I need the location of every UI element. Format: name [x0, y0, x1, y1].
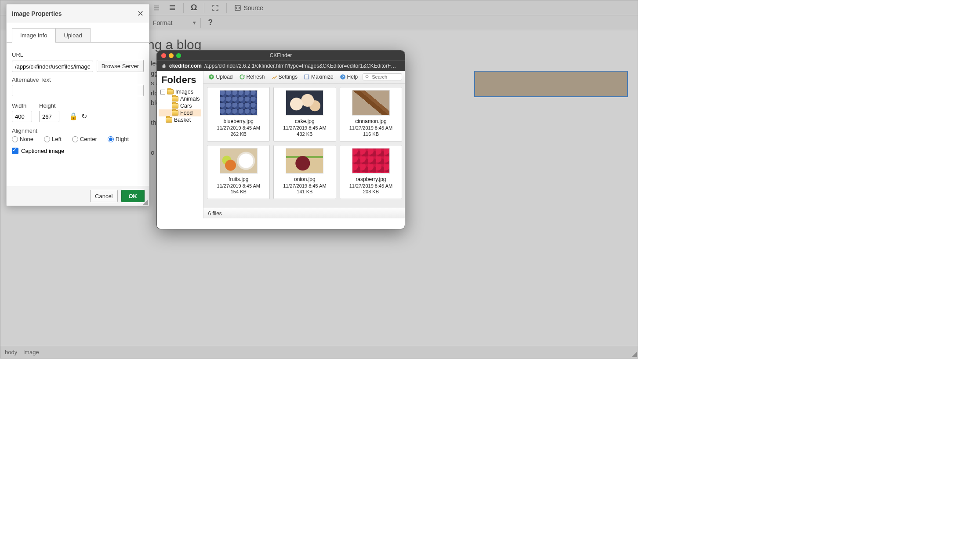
file-thumbnail [286, 148, 323, 174]
omega-icon[interactable]: Ω [188, 2, 200, 13]
resize-grip-icon[interactable] [143, 199, 148, 205]
cancel-button[interactable]: Cancel [90, 190, 117, 202]
tree-node-basket[interactable]: Basket [159, 116, 201, 123]
dialog-footer: Cancel OK [7, 186, 149, 206]
refresh-button[interactable]: Refresh [238, 73, 266, 81]
upload-button[interactable]: Upload [207, 73, 234, 81]
selected-image-placeholder[interactable] [474, 71, 628, 97]
resize-grip-icon[interactable] [632, 352, 637, 357]
search-box[interactable] [363, 73, 402, 80]
window-titlebar[interactable]: CKFinder [157, 51, 405, 60]
svg-line-13 [368, 78, 370, 79]
alignment-radio-group: None Left Center Right [12, 136, 144, 142]
tree-node-food[interactable]: Food [159, 109, 201, 116]
tree-node-cars[interactable]: Cars [159, 102, 201, 109]
source-button[interactable]: Source [231, 3, 265, 13]
captioned-image-checkbox[interactable]: Captioned image [12, 148, 144, 154]
tree-node-animals[interactable]: Animals [159, 95, 201, 102]
url-input[interactable] [12, 61, 93, 72]
file-grid: blueberry.jpg11/27/2019 8:45 AM262 KBcak… [203, 83, 405, 208]
width-input[interactable] [12, 111, 32, 122]
align-none[interactable]: None [12, 136, 33, 142]
file-size: 154 KB [231, 189, 247, 195]
search-input[interactable] [372, 74, 398, 80]
browse-server-button[interactable]: Browse Server [97, 60, 144, 72]
toolbar-separator [183, 3, 184, 13]
folder-icon [172, 110, 178, 116]
minimize-window-icon[interactable] [169, 53, 174, 58]
file-count: 6 files [208, 210, 221, 217]
ckfinder-window: CKFinder ckeditor.com/apps/ckfinder/2.6.… [156, 50, 405, 229]
maximize-button[interactable]: Maximize [302, 73, 335, 81]
file-date: 11/27/2019 8:45 AM [217, 183, 260, 189]
height-input[interactable] [39, 111, 59, 122]
elements-path-body[interactable]: body [5, 349, 17, 355]
settings-button[interactable]: Settings [270, 73, 299, 81]
file-item[interactable]: fruits.jpg11/27/2019 8:45 AM154 KB [207, 145, 270, 199]
file-name: raspberry.jpg [356, 176, 386, 182]
file-thumbnail [352, 90, 390, 116]
address-host: ckeditor.com [169, 63, 202, 69]
file-thumbnail [352, 148, 390, 174]
file-item[interactable]: raspberry.jpg11/27/2019 8:45 AM208 KB [340, 145, 403, 199]
folder-icon [166, 117, 172, 123]
toolbar-separator [226, 3, 227, 13]
format-dropdown[interactable]: Format [150, 18, 190, 28]
tab-upload[interactable]: Upload [55, 28, 90, 43]
folder-icon [172, 103, 178, 109]
file-date: 11/27/2019 8:45 AM [217, 125, 260, 131]
collapse-icon[interactable]: − [160, 90, 165, 94]
elements-path-image[interactable]: image [23, 349, 39, 355]
file-date: 11/27/2019 8:45 AM [349, 125, 392, 131]
help-icon[interactable]: ? [205, 17, 215, 28]
align-left[interactable]: Left [44, 136, 62, 142]
justify-icon[interactable] [150, 3, 163, 13]
dialog-title: Image Properties [12, 10, 62, 17]
file-item[interactable]: cinnamon.jpg11/27/2019 8:45 AM116 KB [340, 87, 403, 141]
close-window-icon[interactable] [161, 53, 166, 58]
alt-text-label: Alternative Text [12, 76, 144, 83]
help-button[interactable]: ? Help [338, 73, 359, 81]
alt-text-input[interactable] [12, 85, 144, 96]
finder-toolbar: Upload Refresh Settings Maximize ? Help [203, 71, 405, 83]
align-center[interactable]: Center [72, 136, 97, 142]
address-bar[interactable]: ckeditor.com/apps/ckfinder/2.6.2.1/ckfin… [157, 60, 405, 71]
toolbar-separator [204, 3, 204, 13]
zoom-window-icon[interactable] [176, 53, 181, 58]
reset-size-icon[interactable]: ↻ [81, 112, 87, 120]
editor-status-bar: body image [0, 346, 638, 358]
close-icon[interactable]: ✕ [137, 9, 144, 18]
file-name: onion.jpg [294, 176, 316, 182]
source-label: Source [243, 4, 263, 11]
window-controls [161, 53, 181, 58]
file-name: cinnamon.jpg [355, 118, 386, 124]
folder-icon [167, 89, 174, 94]
image-properties-dialog: Image Properties ✕ Image Info Upload URL… [6, 4, 149, 206]
folder-tree-panel: Folders − Images Animals Cars Food Baske… [157, 71, 203, 218]
toolbar-separator [200, 18, 201, 28]
format-label: Format [153, 19, 172, 26]
dialog-tabs: Image Info Upload [12, 28, 144, 42]
file-size: 116 KB [363, 131, 379, 138]
folder-icon [172, 96, 178, 102]
chevron-down-icon[interactable]: ▾ [193, 19, 196, 26]
file-date: 11/27/2019 8:45 AM [349, 183, 392, 189]
url-label: URL [12, 51, 144, 58]
lock-ratio-icon[interactable]: 🔒 [69, 112, 78, 120]
svg-point-12 [366, 75, 368, 78]
width-label: Width [12, 102, 32, 109]
finder-status-bar: 6 files [203, 208, 405, 218]
ok-button[interactable]: OK [121, 190, 145, 202]
justify-full-icon[interactable] [166, 3, 179, 13]
tree-node-images[interactable]: − Images [159, 88, 201, 95]
file-item[interactable]: onion.jpg11/27/2019 8:45 AM141 KB [273, 145, 336, 199]
svg-rect-9 [305, 75, 309, 79]
tab-image-info[interactable]: Image Info [12, 28, 55, 43]
checkbox-checked-icon [12, 148, 18, 154]
maximize-icon[interactable] [209, 3, 222, 13]
alignment-label: Alignment [12, 127, 144, 134]
file-item[interactable]: blueberry.jpg11/27/2019 8:45 AM262 KB [207, 87, 270, 141]
align-right[interactable]: Right [108, 136, 129, 142]
file-item[interactable]: cake.jpg11/27/2019 8:45 AM432 KB [273, 87, 336, 141]
file-date: 11/27/2019 8:45 AM [283, 125, 326, 131]
